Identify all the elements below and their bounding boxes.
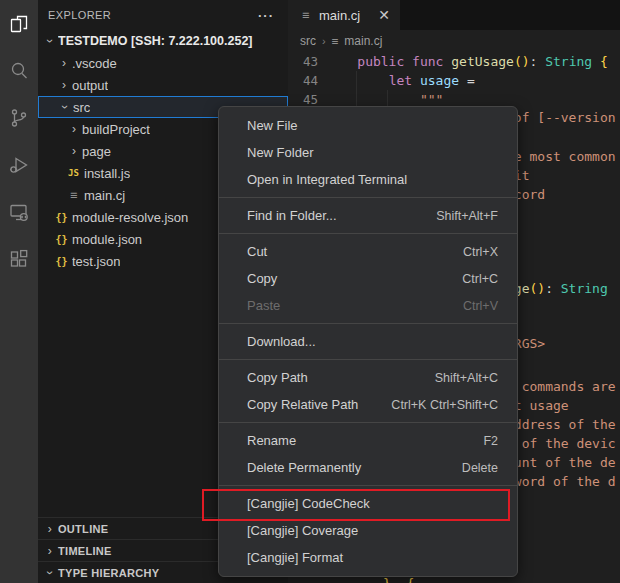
code-fragment: he most common bbox=[506, 147, 616, 166]
chevron-down-icon: › bbox=[43, 565, 57, 581]
more-actions-icon[interactable]: ··· bbox=[258, 8, 274, 23]
menu-item-cut[interactable]: CutCtrl+X bbox=[219, 238, 517, 265]
code-text: let usage = bbox=[326, 71, 475, 90]
section-label: OUTLINE bbox=[58, 523, 108, 535]
menu-item-shortcut: Ctrl+K Ctrl+Shift+C bbox=[391, 398, 498, 412]
chevron-down-icon[interactable]: › bbox=[43, 33, 57, 49]
menu-item-label: New Folder bbox=[247, 145, 313, 160]
code-token: t of the devic bbox=[506, 436, 616, 451]
code-fragment: age(): String bbox=[506, 279, 608, 298]
code-token bbox=[412, 73, 420, 88]
code-line-44: 44 let usage = bbox=[288, 71, 620, 90]
sidebar-title: EXPLORER bbox=[48, 9, 111, 21]
menu-separator bbox=[219, 422, 517, 423]
menu-item-shortcut: Ctrl+V bbox=[463, 299, 498, 313]
chevron-down-icon[interactable]: › bbox=[58, 99, 72, 115]
code-token: : bbox=[545, 281, 553, 296]
code-token: sword of the d bbox=[506, 474, 616, 489]
tab-main-cj[interactable]: ≡ main.cj ✕ bbox=[288, 0, 400, 30]
code-token bbox=[553, 281, 561, 296]
menu-item-label: Copy Relative Path bbox=[247, 397, 358, 412]
code-token: { bbox=[600, 54, 608, 69]
code-token: address of the bbox=[506, 417, 616, 432]
menu-item-label: [Cangjie] Coverage bbox=[247, 523, 358, 538]
menu-item-copy-path[interactable]: Copy PathShift+Alt+C bbox=[219, 364, 517, 391]
tree-item-vscode[interactable]: ›.vscode bbox=[38, 52, 288, 74]
menu-item-open-in-integrated-terminal[interactable]: Open in Integrated Terminal bbox=[219, 166, 517, 193]
chevron-right-icon: › bbox=[42, 544, 58, 558]
menu-item-find-in-folder[interactable]: Find in Folder...Shift+Alt+F bbox=[219, 202, 517, 229]
line-number: 44 bbox=[288, 71, 318, 90]
chevron-right-icon: › bbox=[42, 522, 58, 536]
menu-item-label: New File bbox=[247, 118, 298, 133]
code-fragment: address of the bbox=[506, 415, 616, 434]
explorer-icon[interactable] bbox=[0, 0, 38, 47]
menu-item-new-folder[interactable]: New Folder bbox=[219, 139, 517, 166]
code-token: getUsage bbox=[451, 54, 514, 69]
code-token: let bbox=[389, 73, 412, 88]
search-icon[interactable] bbox=[0, 47, 38, 94]
menu-item-label: Copy bbox=[247, 271, 277, 286]
code-lines: 43 public func getUsage(): String {44 le… bbox=[288, 52, 620, 109]
extensions-icon[interactable] bbox=[0, 235, 38, 282]
tab-bar: ≡ main.cj ✕ bbox=[288, 0, 620, 30]
menu-item-cangjie-codecheck[interactable]: [Cangjie] CodeCheck bbox=[219, 490, 517, 517]
code-token: d commands are bbox=[506, 379, 616, 394]
menu-item-label: Download... bbox=[247, 334, 316, 349]
tree-item-label: TESTDEMO [SSH: 7.222.100.252] bbox=[58, 34, 253, 48]
menu-item-label: Rename bbox=[247, 433, 296, 448]
menu-item-shortcut: F2 bbox=[483, 434, 498, 448]
run-debug-icon[interactable] bbox=[0, 141, 38, 188]
chevron-right-icon[interactable]: › bbox=[66, 144, 82, 158]
menu-item-shortcut: Delete bbox=[462, 461, 498, 475]
tree-item-output[interactable]: ›output bbox=[38, 74, 288, 96]
code-token bbox=[326, 73, 389, 88]
menu-item-cangjie-format[interactable]: [Cangjie] Format bbox=[219, 544, 517, 571]
menu-item-shortcut: Shift+Alt+C bbox=[435, 371, 498, 385]
menu-item-label: Find in Folder... bbox=[247, 208, 337, 223]
code-fragment: rof [--version bbox=[506, 108, 616, 127]
json-file-icon: {} bbox=[54, 256, 69, 267]
remote-explorer-icon[interactable] bbox=[0, 188, 38, 235]
source-control-icon[interactable] bbox=[0, 94, 38, 141]
code-token: func bbox=[412, 54, 443, 69]
code-token: = bbox=[467, 73, 475, 88]
code-token bbox=[537, 54, 545, 69]
menu-item-shortcut: Ctrl+C bbox=[462, 272, 498, 286]
menu-item-cangjie-coverage[interactable]: [Cangjie] Coverage bbox=[219, 517, 517, 544]
breadcrumb-item-file[interactable]: main.cj bbox=[344, 34, 382, 48]
breadcrumb-item-src[interactable]: src bbox=[300, 34, 316, 48]
context-menu: New FileNew FolderOpen in Integrated Ter… bbox=[218, 106, 518, 577]
tree-item-testdemo-ssh-7-222-100-252[interactable]: ›TESTDEMO [SSH: 7.222.100.252] bbox=[38, 30, 288, 52]
chevron-right-icon[interactable]: › bbox=[56, 56, 72, 70]
menu-item-label: Cut bbox=[247, 244, 267, 259]
menu-item-label: [Cangjie] Format bbox=[247, 550, 343, 565]
tree-item-label: src bbox=[73, 100, 90, 115]
menu-item-shortcut: Ctrl+X bbox=[463, 245, 498, 259]
menu-item-download[interactable]: Download... bbox=[219, 328, 517, 355]
code-fragment: ount of the de bbox=[506, 453, 616, 472]
code-token: he most common bbox=[506, 149, 616, 164]
vscode-window: EXPLORER ··· ›TESTDEMO [SSH: 7.222.100.2… bbox=[0, 0, 620, 583]
code-token bbox=[326, 92, 420, 107]
code-fragment: t of the devic bbox=[506, 434, 616, 453]
menu-separator bbox=[219, 485, 517, 486]
tree-item-label: module.json bbox=[72, 232, 142, 247]
tab-label: main.cj bbox=[319, 8, 360, 23]
menu-item-copy-relative-path[interactable]: Copy Relative PathCtrl+K Ctrl+Shift+C bbox=[219, 391, 517, 418]
close-icon[interactable]: ✕ bbox=[378, 8, 390, 22]
menu-separator bbox=[219, 233, 517, 234]
menu-item-delete-permanently[interactable]: Delete PermanentlyDelete bbox=[219, 454, 517, 481]
code-fragment: sword of the d bbox=[506, 472, 616, 491]
menu-item-rename[interactable]: RenameF2 bbox=[219, 427, 517, 454]
code-token: ount of the de bbox=[506, 455, 616, 470]
chevron-right-icon[interactable]: › bbox=[66, 122, 82, 136]
chevron-right-icon[interactable]: › bbox=[56, 78, 72, 92]
section-label: TYPE HIERARCHY bbox=[58, 567, 159, 579]
menu-item-new-file[interactable]: New File bbox=[219, 112, 517, 139]
file-icon: ≡ bbox=[332, 35, 339, 48]
menu-item-paste: PasteCtrl+V bbox=[219, 292, 517, 319]
code-token: """ bbox=[420, 92, 443, 107]
menu-item-copy[interactable]: CopyCtrl+C bbox=[219, 265, 517, 292]
json-file-icon: {} bbox=[54, 234, 69, 245]
